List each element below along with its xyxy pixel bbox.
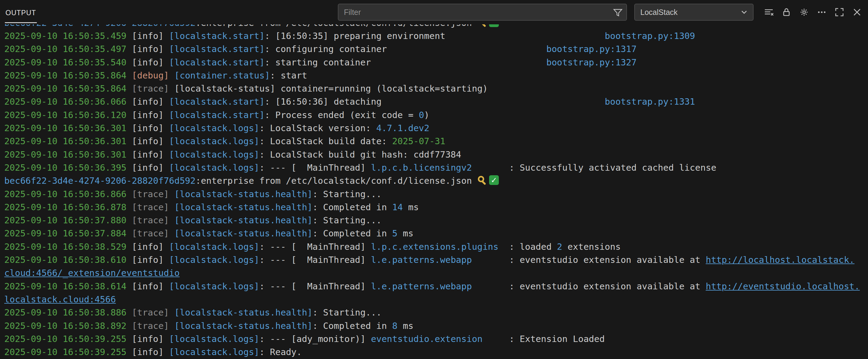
log-row: 2025-09-10 16:50:35.540 [info] [localsta… <box>4 56 868 69</box>
log-segment-txt: [localstack-status] container=running (l… <box>169 84 488 94</box>
log-segment-info: [info] <box>132 110 164 120</box>
log-segment-txt: : --- [ MainThread] <box>259 162 371 173</box>
log-segment-tag: l.p.c.extensions.plugins <box>371 241 498 252</box>
log-segment-txt <box>169 202 174 213</box>
lock-icon[interactable] <box>778 4 794 20</box>
log-segment-tag: [localstack.start] <box>169 57 265 68</box>
log-segment-txt <box>169 228 174 238</box>
log-spacer <box>498 241 509 252</box>
more-actions-icon[interactable] <box>814 4 830 20</box>
log-row: 2025-09-10 16:50:38.529 [info] [localsta… <box>4 240 868 254</box>
log-segment-txt: : Process ended (exit code = <box>265 110 419 120</box>
log-segment-txt <box>164 334 169 344</box>
key-emoji-icon <box>477 175 488 185</box>
log-segment-ts: 2025-09-10 16:50:38.886 <box>4 307 132 318</box>
log-segment-info: [info] <box>132 334 164 344</box>
log-row: 2025-09-10 16:50:38.614 [info] [localsta… <box>4 280 868 293</box>
log-segment-tag: bec66f22-3d4e-4274-9206-28820f76d592 <box>4 24 196 28</box>
log-segment-ts: 2025-09-10 16:50:37.880 <box>4 215 132 225</box>
log-segment-trace: [trace] <box>132 321 169 331</box>
log-segment-tag: [localstack-status.health] <box>175 202 313 213</box>
log-segment-txt <box>169 70 174 80</box>
log-segment-info: [info] <box>132 57 164 68</box>
filter-icon[interactable] <box>613 7 623 17</box>
log-segment-txt: : Successfully activated cached license <box>509 162 716 173</box>
output-channel-select[interactable]: LocalStack <box>634 4 753 21</box>
log-segment-txt <box>169 189 174 199</box>
log-link-source[interactable]: bootstrap.py:1331 <box>605 96 695 107</box>
log-segment-txt: : --- [ady_monitor)] <box>259 334 371 344</box>
log-segment-txt: : LocalStack build date: <box>259 136 392 146</box>
log-segment-txt: :enterprise from /etc/localstack/conf.d/… <box>196 175 477 186</box>
log-segment-ts: 2025-09-10 16:50:36.301 <box>4 123 132 133</box>
log-segment-ts: 2025-09-10 16:50:39.255 <box>4 347 132 357</box>
gear-icon[interactable] <box>796 4 812 20</box>
log-segment-trace: [trace] <box>132 307 169 318</box>
log-segment-txt <box>164 150 169 160</box>
log-segment-tag: [localstack.logs] <box>169 255 259 265</box>
log-segment-txt: : Extension Loaded <box>509 334 605 344</box>
log-segment-trace: [trace] <box>132 189 169 199</box>
log-segment-tag: [localstack.logs] <box>169 281 259 291</box>
log-link-source[interactable]: bootstrap.py:1317 <box>546 44 637 54</box>
log-link-url[interactable]: cloud:4566/_extension/eventstudio <box>4 268 180 278</box>
chevron-down-icon <box>740 8 749 17</box>
tab-output[interactable]: OUTPUT <box>5 4 37 23</box>
maximize-panel-icon[interactable] <box>832 4 847 20</box>
log-row: 2025-09-10 16:50:35.864 [debug] [contain… <box>4 69 868 82</box>
close-panel-icon[interactable] <box>849 4 865 20</box>
log-segment-txt: ms <box>398 228 413 238</box>
log-link-url[interactable]: http://eventstudio.localhost. <box>706 281 860 291</box>
log-segment-info: [info] <box>132 44 164 54</box>
panel-header: OUTPUT LocalStack <box>0 0 868 24</box>
log-segment-tag: l.e.patterns.webapp <box>371 255 472 265</box>
log-row: 2025-09-10 16:50:36.120 [info] [localsta… <box>4 109 868 122</box>
log-segment-txt <box>164 281 169 291</box>
log-segment-tag: [localstack.logs] <box>169 123 259 133</box>
log-segment-txt: : [16:50:35] preparing environment <box>265 31 445 41</box>
log-spacer <box>472 255 509 265</box>
log-segment-tag: l.p.c.b.licensingv2 <box>371 162 472 173</box>
log-row: 2025-09-10 16:50:36.301 [info] [localsta… <box>4 122 868 135</box>
log-segment-txt: ms <box>398 321 413 331</box>
log-segment-num: 4.7.1.dev2 <box>376 123 429 133</box>
log-link-url[interactable]: http://localhost.localstack. <box>706 255 855 265</box>
log-row: 2025-09-10 16:50:36.866 [trace] [localst… <box>4 188 868 201</box>
log-segment-ts: 2025-09-10 16:50:35.864 <box>4 84 132 94</box>
log-segment-tag: [localstack.logs] <box>169 334 259 344</box>
log-segment-txt <box>164 110 169 120</box>
filter-input[interactable] <box>343 8 613 17</box>
log-row: 2025-09-10 16:50:35.864 [trace] [localst… <box>4 82 868 95</box>
key-emoji-icon <box>477 24 488 27</box>
log-segment-txt: extensions <box>562 241 621 252</box>
log-segment-info: [info] <box>132 31 164 41</box>
log-segment-txt: :enterprise from /etc/localstack/conf.d/… <box>196 24 477 28</box>
log-link-source[interactable]: bootstrap.py:1327 <box>546 57 637 68</box>
log-segment-num: 2 <box>557 241 562 252</box>
log-segment-num: 0 <box>419 110 424 120</box>
log-row: 2025-09-10 16:50:39.255 [info] [localsta… <box>4 332 868 346</box>
log-segment-tag: l.e.patterns.webapp <box>371 281 472 291</box>
log-segment-txt: : LocalStack build git hash: cddf77384 <box>259 150 461 160</box>
log-segment-tag: [localstack-status.health] <box>175 307 313 318</box>
log-segment-txt: : Starting... <box>313 215 382 225</box>
log-segment-tag: [container.status] <box>175 70 270 80</box>
log-link-source[interactable]: bootstrap.py:1309 <box>605 31 695 41</box>
log-segment-date: 2025-07-31 <box>392 136 445 146</box>
log-link-url[interactable]: localstack.cloud:4566 <box>4 294 116 304</box>
log-segment-info: [info] <box>132 150 164 160</box>
panel-actions <box>761 4 865 20</box>
log-segment-ts: 2025-09-10 16:50:35.459 <box>4 31 132 41</box>
log-segment-txt: : --- [ MainThread] <box>259 241 371 252</box>
log-segment-ts: 2025-09-10 16:50:35.864 <box>4 70 132 80</box>
log-spacer <box>371 57 546 68</box>
log-segment-num: 5 <box>392 228 398 238</box>
log-segment-tag: [localstack-status.health] <box>175 215 313 225</box>
log-segment-info: [info] <box>132 255 164 265</box>
output-log[interactable]: bec66f22-3d4e-4274-9206-28820f76d592:ent… <box>0 24 868 359</box>
log-segment-txt: : --- [ MainThread] <box>259 281 371 291</box>
log-segment-txt: : --- [ MainThread] <box>259 255 371 265</box>
log-segment-tag: [localstack.logs] <box>169 241 259 252</box>
clear-output-icon[interactable] <box>761 4 777 20</box>
log-segment-ts: 2025-09-10 16:50:36.301 <box>4 150 132 160</box>
